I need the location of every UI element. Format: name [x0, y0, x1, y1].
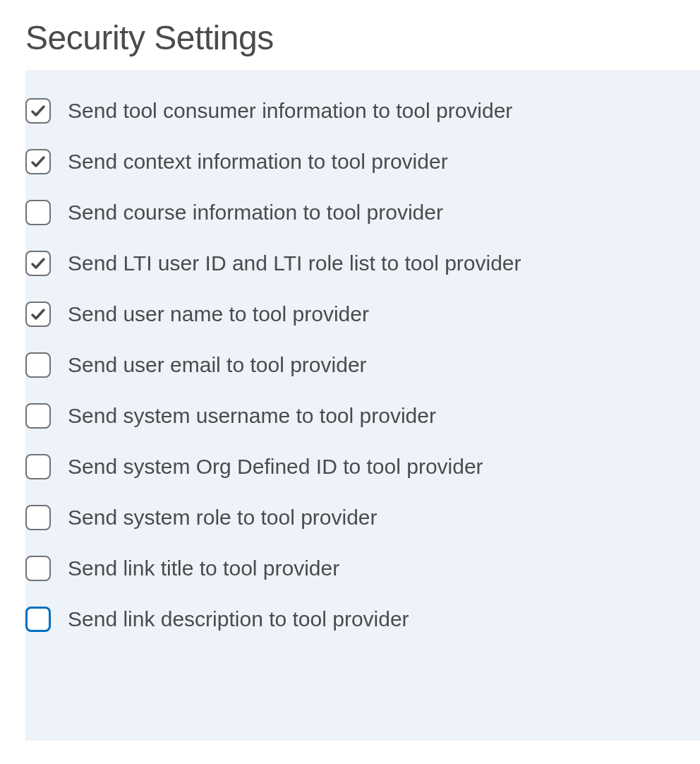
checkbox-send-course-info[interactable]: Send course information to tool provider	[25, 200, 443, 225]
checkbox-row: Send link title to tool provider	[25, 543, 700, 594]
checkbox-label: Send user name to tool provider	[68, 302, 369, 327]
checkbox-row: Send tool consumer information to tool p…	[25, 85, 700, 136]
checkbox-box	[25, 302, 51, 327]
checkbox-send-system-role[interactable]: Send system role to tool provider	[25, 505, 378, 530]
checkbox-box	[25, 607, 51, 632]
checkbox-label: Send system username to tool provider	[68, 403, 436, 429]
security-settings-panel: Send tool consumer information to tool p…	[25, 70, 700, 741]
checkbox-send-user-name[interactable]: Send user name to tool provider	[25, 302, 369, 327]
checkbox-send-link-description[interactable]: Send link description to tool provider	[25, 607, 409, 632]
checkbox-row: Send user name to tool provider	[25, 289, 700, 340]
checkmark-icon	[30, 306, 47, 323]
checkbox-row: Send system role to tool provider	[25, 492, 700, 543]
checkbox-box	[25, 251, 51, 276]
checkbox-send-lti-user-id-role[interactable]: Send LTI user ID and LTI role list to to…	[25, 251, 521, 276]
checkbox-send-link-title[interactable]: Send link title to tool provider	[25, 556, 339, 581]
checkbox-label: Send system Org Defined ID to tool provi…	[68, 454, 483, 479]
checkmark-icon	[30, 255, 47, 272]
checkbox-label: Send link description to tool provider	[68, 607, 409, 632]
checkbox-send-tool-consumer-info[interactable]: Send tool consumer information to tool p…	[25, 98, 512, 124]
checkbox-send-context-info[interactable]: Send context information to tool provide…	[25, 149, 448, 174]
checkbox-box	[25, 200, 51, 225]
checkbox-row: Send system username to tool provider	[25, 390, 700, 441]
checkbox-label: Send system role to tool provider	[68, 505, 378, 530]
checkbox-label: Send context information to tool provide…	[68, 149, 448, 174]
checkbox-send-system-username[interactable]: Send system username to tool provider	[25, 403, 436, 429]
checkbox-row: Send course information to tool provider	[25, 187, 700, 238]
checkbox-box	[25, 454, 51, 479]
checkbox-box	[25, 352, 51, 378]
page-title: Security Settings	[0, 0, 700, 70]
checkbox-box	[25, 556, 51, 581]
checkbox-row: Send context information to tool provide…	[25, 136, 700, 187]
checkmark-icon	[30, 102, 47, 119]
checkbox-box	[25, 149, 51, 174]
checkbox-box	[25, 505, 51, 530]
checkbox-box	[25, 98, 51, 124]
checkbox-label: Send course information to tool provider	[68, 200, 443, 225]
checkbox-box	[25, 403, 51, 429]
checkbox-row: Send user email to tool provider	[25, 340, 700, 390]
checkbox-label: Send LTI user ID and LTI role list to to…	[68, 251, 521, 276]
checkbox-label: Send tool consumer information to tool p…	[68, 98, 512, 124]
checkbox-row: Send LTI user ID and LTI role list to to…	[25, 238, 700, 289]
checkbox-label: Send user email to tool provider	[68, 352, 367, 378]
checkmark-icon	[30, 153, 47, 170]
checkbox-send-user-email[interactable]: Send user email to tool provider	[25, 352, 367, 378]
checkbox-send-system-org-defined-id[interactable]: Send system Org Defined ID to tool provi…	[25, 454, 483, 479]
checkbox-row: Send system Org Defined ID to tool provi…	[25, 441, 700, 492]
checkbox-row: Send link description to tool provider	[25, 594, 700, 645]
checkbox-label: Send link title to tool provider	[68, 556, 339, 581]
